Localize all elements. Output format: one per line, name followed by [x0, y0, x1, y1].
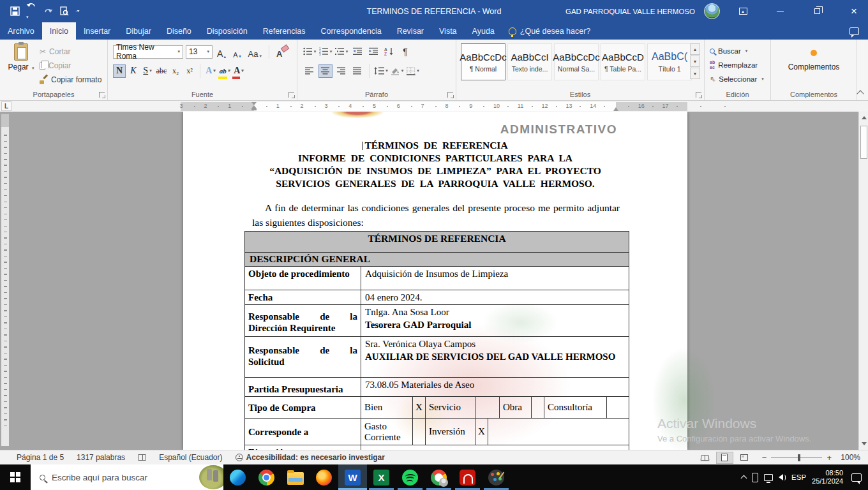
- table-section-title[interactable]: DESCRIPCIÓN GENERAL: [245, 253, 629, 267]
- taskbar-explorer-button[interactable]: [281, 464, 310, 490]
- format-painter-button[interactable]: Copiar formato: [40, 73, 101, 87]
- read-mode-button[interactable]: [696, 452, 714, 464]
- print-layout-button[interactable]: [716, 452, 733, 464]
- tab-stop-selector[interactable]: L: [1, 101, 11, 111]
- taskbar-chrome-button[interactable]: [252, 464, 281, 490]
- tab-referencias[interactable]: Referencias: [255, 22, 313, 40]
- phone-link-icon[interactable]: [752, 473, 758, 482]
- account-name[interactable]: GAD PARROQUIAL VALLE HERMOSO: [565, 8, 695, 15]
- find-button[interactable]: Buscar▾: [710, 44, 764, 58]
- style-table-paragraph[interactable]: AaBbCcD¶ Table Pa...: [601, 43, 645, 80]
- sort-icon[interactable]: AZ: [382, 45, 396, 58]
- document-page[interactable]: ADMINISTRATIVO TÉRMINOS DE REFERENCIA IN…: [183, 112, 687, 450]
- taskbar-firefox-button[interactable]: [310, 464, 338, 490]
- customize-qat-icon[interactable]: ⸱▾: [75, 8, 80, 15]
- style-texto-independiente[interactable]: AaBbCcITexto inde...: [507, 43, 552, 80]
- word-count[interactable]: 1317 palabras: [70, 453, 131, 462]
- replace-button[interactable]: abacReemplazar: [710, 58, 764, 72]
- web-layout-button[interactable]: [736, 452, 753, 464]
- cut-button[interactable]: ✂Cortar: [40, 45, 101, 59]
- account-avatar[interactable]: [704, 3, 720, 19]
- minimize-button[interactable]: [766, 0, 794, 22]
- styles-dialog-launcher-icon[interactable]: [696, 92, 701, 98]
- zoom-slider-handle[interactable]: [798, 454, 800, 461]
- clear-formatting-button[interactable]: A: [274, 45, 284, 59]
- taskbar-paint-button[interactable]: [482, 464, 511, 490]
- tray-expand-icon[interactable]: [741, 475, 747, 482]
- text-effects-button[interactable]: A▾: [204, 64, 217, 78]
- table-row-ejecucion-clipped[interactable]: Ejecución: [245, 445, 629, 450]
- table-row-partida[interactable]: Partida Presupuestaria 73.08.05 Material…: [245, 378, 629, 397]
- font-dialog-launcher-icon[interactable]: [288, 92, 294, 98]
- redo-icon[interactable]: [43, 7, 53, 15]
- restore-button[interactable]: [803, 0, 831, 22]
- tab-archivo[interactable]: Archivo: [0, 22, 42, 40]
- table-row-responsable-direccion[interactable]: Responsable de la Dirección Requirente T…: [245, 305, 629, 337]
- paste-button[interactable]: Pegar ▾: [6, 43, 36, 71]
- action-center-icon[interactable]: [851, 473, 862, 482]
- taskbar-excel-button[interactable]: X: [367, 464, 396, 490]
- taskbar-edge-button[interactable]: [223, 464, 252, 490]
- table-row-corresponde[interactable]: Corresponde a Gasto Corriente Inversión …: [245, 419, 629, 445]
- table-row-responsable-solicitud[interactable]: Responsable de la Solicitud Sra. Verónic…: [245, 337, 629, 378]
- shading-icon[interactable]: ▾: [390, 64, 404, 78]
- taskbar-acrobat-button[interactable]: [453, 464, 482, 490]
- start-button[interactable]: [0, 464, 31, 490]
- zoom-slider[interactable]: [771, 457, 822, 458]
- align-center-icon[interactable]: [318, 64, 333, 78]
- page-count[interactable]: Página 1 de 5: [0, 453, 70, 462]
- taskbar-spotify-button[interactable]: [396, 464, 424, 490]
- italic-button[interactable]: K: [127, 64, 140, 78]
- table-row-objeto[interactable]: Objeto de procedimiento Adquisición de I…: [245, 267, 629, 290]
- tab-revisar[interactable]: Revisar: [389, 22, 431, 40]
- align-right-icon[interactable]: [334, 64, 348, 78]
- style-titulo-1[interactable]: AaBbC(Título 1: [647, 43, 692, 80]
- tab-disposicion[interactable]: Disposición: [199, 22, 255, 40]
- increase-indent-icon[interactable]: [366, 45, 380, 58]
- scroll-down-icon[interactable]: [860, 439, 868, 449]
- collapse-ribbon-icon[interactable]: [857, 90, 864, 97]
- font-color-button[interactable]: A▾: [232, 64, 245, 78]
- tab-diseno[interactable]: Diseño: [159, 22, 199, 40]
- tab-vista[interactable]: Vista: [431, 22, 465, 40]
- zoom-in-button[interactable]: +: [827, 453, 832, 463]
- print-preview-icon[interactable]: [59, 6, 69, 16]
- taskbar-chrome-profile-button[interactable]: [424, 464, 453, 490]
- line-spacing-icon[interactable]: ▾: [374, 64, 388, 78]
- intro-paragraph[interactable]: A fin de determinar las condiciones gene…: [252, 201, 620, 230]
- tell-me-box[interactable]: ¿Qué desea hacer?: [502, 22, 597, 40]
- undo-icon[interactable]: ▾: [26, 1, 37, 21]
- tab-dibujar[interactable]: Dibujar: [118, 22, 159, 40]
- taskbar-clock[interactable]: 08:5025/1/2024: [812, 469, 843, 486]
- change-case-button[interactable]: Aa▾: [246, 45, 264, 59]
- tab-correspondencia[interactable]: Correspondencia: [313, 22, 389, 40]
- table-title[interactable]: TÉRMINOS DE REFERENCIA: [245, 232, 629, 253]
- document-title[interactable]: TÉRMINOS DE REFERENCIA INFORME DE CONDIC…: [244, 139, 627, 190]
- superscript-button[interactable]: x²: [183, 64, 196, 78]
- strikethrough-button[interactable]: abc: [155, 64, 168, 78]
- bullets-icon[interactable]: ▾: [303, 45, 317, 58]
- undo-dropdown-icon[interactable]: ▾: [26, 15, 29, 19]
- styles-scroll-down-icon[interactable]: ▼: [690, 56, 700, 67]
- addin-icon[interactable]: [811, 50, 817, 56]
- addins-button[interactable]: Complementos: [771, 63, 857, 71]
- align-left-icon[interactable]: [303, 64, 317, 78]
- underline-button[interactable]: S▾: [141, 64, 154, 78]
- reference-table[interactable]: TÉRMINOS DE REFERENCIA DESCRIPCIÓN GENER…: [244, 231, 629, 450]
- volume-icon[interactable]: [779, 474, 786, 480]
- bold-button[interactable]: N: [113, 64, 126, 78]
- borders-icon[interactable]: ▾: [406, 64, 420, 78]
- scrollbar-thumb[interactable]: [860, 126, 867, 159]
- styles-scroll-up-icon[interactable]: ▲: [690, 43, 700, 55]
- style-normal[interactable]: AaBbCcDc¶ Normal: [461, 43, 505, 80]
- proofing-icon[interactable]: [131, 454, 153, 461]
- font-name-select[interactable]: Times New Roma▾: [113, 45, 183, 59]
- tab-ayuda[interactable]: Ayuda: [465, 22, 502, 40]
- shrink-font-button[interactable]: A▲: [231, 45, 243, 59]
- styles-more-icon[interactable]: ▼: [690, 68, 700, 79]
- language-status[interactable]: Español (Ecuador): [153, 453, 228, 462]
- save-icon[interactable]: [10, 6, 20, 16]
- numbering-icon[interactable]: 123▾: [318, 45, 333, 58]
- copy-button[interactable]: Copiar: [40, 59, 101, 73]
- select-button[interactable]: ⇖Seleccionar▾: [710, 72, 764, 86]
